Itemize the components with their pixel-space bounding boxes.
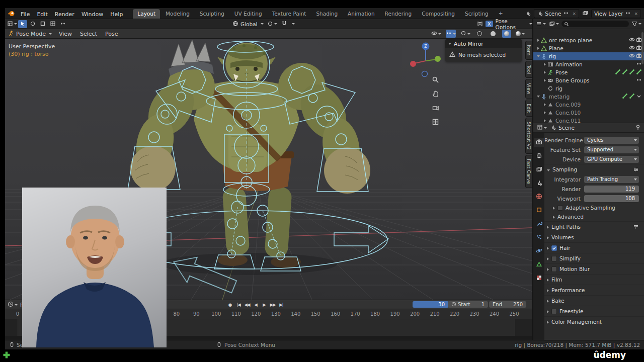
menu-file[interactable]: File [17, 11, 33, 18]
properties-tab-scene[interactable] [534, 178, 544, 188]
properties-tab-object-data[interactable] [534, 260, 544, 269]
outliner-row-cone-009[interactable]: Cone.009 [533, 101, 644, 109]
transport-play-reverse-button[interactable]: ◀ [252, 301, 259, 308]
checkbox-adaptive-sampling[interactable] [557, 205, 563, 211]
eye-icon[interactable] [629, 45, 635, 52]
expander-icon[interactable] [535, 55, 541, 57]
menu-window[interactable]: Window [78, 11, 107, 18]
outliner-scrollbar[interactable] [641, 32, 643, 64]
device-dropdown[interactable]: GPU Compute [584, 156, 639, 163]
new-layer-icon[interactable] [625, 10, 631, 17]
checkbox-freestyle[interactable] [551, 309, 557, 314]
active-tool-button[interactable] [18, 20, 27, 28]
eye-icon[interactable] [629, 53, 635, 60]
checkbox-motion-blur[interactable] [551, 266, 557, 272]
bone-icon[interactable] [622, 69, 628, 76]
sidebar-tab-item[interactable]: Item [525, 41, 532, 60]
feature-set-dropdown[interactable]: Supported [584, 146, 639, 153]
checkbox-simplify[interactable] [551, 256, 557, 261]
section-motion-blur[interactable]: Motion Blur [544, 263, 644, 274]
outliner-row-pose[interactable]: Pose [533, 68, 644, 76]
overlays-toggle[interactable] [460, 30, 470, 38]
section-sampling[interactable]: Sampling [544, 164, 644, 174]
sidebar-tab-tool[interactable]: Tool [525, 61, 532, 78]
outliner-row-bone-groups[interactable]: Bone Groups [533, 76, 644, 84]
workspace-tab-texture-paint[interactable]: Texture Paint [268, 9, 311, 19]
tool-option-3[interactable] [48, 20, 57, 28]
eye-icon[interactable] [629, 37, 635, 44]
transform-orientation-dropdown[interactable]: Global [232, 21, 264, 28]
tool-option-2[interactable] [38, 20, 47, 28]
section-volumes[interactable]: Volumes [544, 232, 644, 242]
zoom-icon[interactable] [432, 76, 439, 85]
shading-solid-button[interactable] [489, 30, 498, 38]
checkbox-hair[interactable] [551, 245, 557, 251]
section-light-paths[interactable]: Light Paths [544, 221, 644, 232]
menu-help[interactable]: Help [107, 11, 126, 18]
gizmo-toggle[interactable] [446, 30, 456, 38]
camera-view-icon[interactable] [432, 104, 439, 114]
chev-icon[interactable] [636, 93, 642, 100]
expander-icon[interactable] [542, 63, 547, 66]
properties-tab-output[interactable] [534, 151, 544, 161]
expander-icon[interactable] [535, 39, 541, 42]
timeline-editor-type-button[interactable] [8, 301, 18, 309]
mode-selector[interactable]: Pose Mode [5, 29, 55, 38]
workspace-tab-sculpting[interactable]: Sculpting [195, 9, 229, 19]
section-film[interactable]: Film [544, 274, 644, 285]
section-hair[interactable]: Hair [544, 242, 644, 253]
render-field[interactable]: 119 [584, 186, 639, 193]
menu-render[interactable]: Render [51, 11, 78, 18]
viewport-menu-view[interactable]: View [55, 31, 76, 37]
presets-icon[interactable] [633, 224, 639, 230]
outliner-display-mode-button[interactable] [549, 20, 559, 28]
orthographic-grid-icon[interactable] [432, 118, 439, 128]
outliner-row-rig[interactable]: rig [533, 52, 644, 60]
bone-icon[interactable] [615, 69, 621, 76]
bone-icon[interactable] [629, 69, 635, 76]
viewport-field[interactable]: 108 [584, 195, 639, 202]
subsection-advanced[interactable]: Advanced [544, 212, 644, 221]
menu-edit[interactable]: Edit [33, 11, 51, 18]
visibility-dropdown[interactable] [431, 30, 441, 38]
outliner-row-metarig[interactable]: metarig [533, 93, 644, 101]
properties-tab-view-layer[interactable] [534, 165, 544, 174]
unlink-scene-icon[interactable]: × [572, 11, 576, 16]
section-simplify[interactable]: Simplify [544, 253, 644, 263]
sidebar-tab-view[interactable]: View [525, 79, 532, 99]
viewport-menu-pose[interactable]: Pose [101, 31, 122, 37]
transport-jump-start-button[interactable]: |◀ [235, 301, 242, 308]
bone-icon[interactable] [629, 93, 635, 100]
expander-icon[interactable] [542, 119, 547, 122]
bone-icon[interactable] [622, 93, 628, 100]
expander-icon[interactable] [535, 96, 541, 98]
browse-scene-icon[interactable] [525, 9, 531, 18]
integrator-dropdown[interactable]: Path Tracing [584, 176, 639, 183]
sidebar-tab-shortcut-v2[interactable]: Shortcut V2 [525, 118, 532, 154]
section-freestyle[interactable]: Freestyle [544, 306, 644, 316]
pin-icon[interactable] [635, 124, 641, 131]
pivot-point-button[interactable] [267, 20, 277, 28]
add-workspace-button[interactable]: + [494, 9, 508, 18]
properties-tab-physics[interactable] [534, 246, 544, 256]
sidebar-tab-edit[interactable]: Edit [525, 100, 532, 117]
pan-hand-icon[interactable] [432, 90, 439, 100]
expander-icon[interactable] [542, 111, 547, 114]
workspace-tab-shading[interactable]: Shading [311, 9, 342, 19]
expander-icon[interactable] [542, 103, 547, 106]
section-color-management[interactable]: Color Management [544, 316, 644, 327]
render-engine-dropdown[interactable]: Cycles [584, 137, 639, 144]
section-bake[interactable]: Bake [544, 295, 644, 306]
workspace-tab-modeling[interactable]: Modeling [161, 9, 194, 19]
scene-selector[interactable]: Scene × [534, 9, 579, 18]
expander-icon[interactable] [542, 79, 547, 82]
view-layer-selector[interactable]: View Layer × [591, 9, 641, 18]
properties-tab-texture[interactable] [534, 274, 544, 283]
transport-play-button[interactable]: ▶ [261, 301, 268, 308]
subsection-adaptive-sampling[interactable]: Adaptive Sampling [544, 203, 644, 212]
outliner-filter-button[interactable] [631, 20, 641, 28]
outliner-row-cone-010[interactable]: Cone.010 [533, 109, 644, 117]
outliner-row-plane[interactable]: Plane [533, 44, 644, 52]
transport-next-keyframe-button[interactable]: ▶▶ [269, 301, 276, 308]
blender-logo-icon[interactable] [8, 10, 15, 17]
